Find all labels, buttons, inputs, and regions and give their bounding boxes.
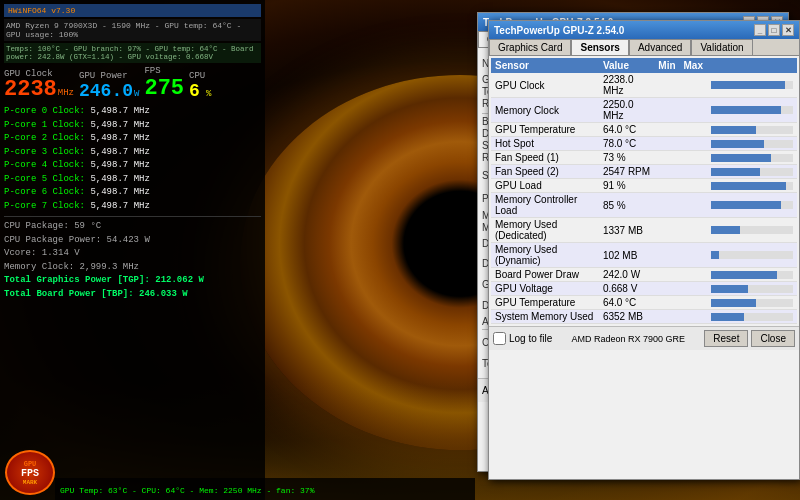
gpuz2-reset-button[interactable]: Reset — [704, 330, 748, 347]
core-clock-6: P-core 6 Clock: 5,498.7 MHz — [4, 186, 261, 200]
sensor-min-7 — [654, 193, 679, 218]
fps-value: 275 — [144, 76, 184, 101]
gpuz2-close-btn[interactable]: ✕ — [782, 24, 794, 36]
memory-clock: Memory Clock: 2,999.3 MHz — [4, 261, 261, 275]
core-6-label: P-core 6 Clock: — [4, 187, 85, 197]
hwinfo-status-line2: Temps: 100°C - GPU branch: 97% - GPU tem… — [4, 43, 261, 63]
gpuz2-maximize-btn[interactable]: □ — [768, 24, 780, 36]
sensor-max-11 — [680, 282, 707, 296]
hwinfo-status-line1: AMD Ryzen 9 7900X3D - 1590 MHz - GPU tem… — [4, 19, 261, 41]
gpuz2-tab-sensors[interactable]: Sensors — [571, 39, 628, 55]
sensor-bar-bg-6 — [711, 182, 793, 190]
sensor-max-12 — [680, 296, 707, 310]
sensor-row-11: GPU Voltage0.668 V — [491, 282, 797, 296]
gpuz2-close-button[interactable]: Close — [751, 330, 795, 347]
core-6-value: 5,498.7 MHz — [90, 187, 149, 197]
sensor-row-10: Board Power Draw242.0 W — [491, 268, 797, 282]
sensor-bar-bg-12 — [711, 299, 793, 307]
sensor-bar-fill-4 — [711, 154, 771, 162]
sensor-value-7: 85 % — [599, 193, 654, 218]
sensor-name-2: GPU Temperature — [491, 123, 599, 137]
sensor-bar-fill-13 — [711, 313, 744, 321]
core-2-value: 5,498.7 MHz — [90, 133, 149, 143]
sensor-max-4 — [680, 151, 707, 165]
sensor-max-6 — [680, 179, 707, 193]
sensor-value-5: 2547 RPM — [599, 165, 654, 179]
vcore: Vcore: 1.314 V — [4, 247, 261, 261]
main-metrics-row: GPU Clock 2238 MHz GPU Power 246.0 W FPS… — [4, 66, 261, 101]
gpu-power-label: GPU Power — [79, 71, 139, 81]
sensor-max-10 — [680, 268, 707, 282]
sensor-bar-bg-8 — [711, 226, 793, 234]
core-0-label: P-core 0 Clock: — [4, 106, 85, 116]
sensor-row-2: GPU Temperature64.0 °C — [491, 123, 797, 137]
sensor-bar-11 — [707, 282, 797, 296]
sensor-name-12: GPU Temperature — [491, 296, 599, 310]
core-7-label: P-core 7 Clock: — [4, 201, 85, 211]
sensor-bar-7 — [707, 193, 797, 218]
sensor-row-0: GPU Clock2238.0 MHz — [491, 73, 797, 98]
sensor-min-8 — [654, 218, 679, 243]
sensor-bar-6 — [707, 179, 797, 193]
sensor-max-13 — [680, 310, 707, 324]
sensor-bar-1 — [707, 98, 797, 123]
gpuz2-title: TechPowerUp GPU-Z 2.54.0 — [494, 25, 624, 36]
sensor-min-11 — [654, 282, 679, 296]
core-3-value: 5,498.7 MHz — [90, 147, 149, 157]
gpu-power-block: GPU Power 246.0 W — [79, 71, 139, 101]
core-4-value: 5,498.7 MHz — [90, 160, 149, 170]
gpuz-window-2: TechPowerUp GPU-Z 2.54.0 _ □ ✕ Graphics … — [488, 20, 800, 480]
core-clock-5: P-core 5 Clock: 5,498.7 MHz — [4, 173, 261, 187]
sensor-name-0: GPU Clock — [491, 73, 599, 98]
header-line1-text: AMD Ryzen 9 7900X3D - 1590 MHz - GPU tem… — [6, 21, 241, 39]
sensor-value-13: 6352 MB — [599, 310, 654, 324]
sensor-bar-fill-5 — [711, 168, 760, 176]
core-5-value: 5,498.7 MHz — [90, 174, 149, 184]
gpuz2-tab-graphics-card[interactable]: Graphics Card — [489, 39, 571, 55]
sensor-row-7: Memory Controller Load85 % — [491, 193, 797, 218]
cpu-usage-unit: % — [206, 89, 211, 99]
sensor-row-8: Memory Used (Dedicated)1337 MB — [491, 218, 797, 243]
sensor-bar-fill-3 — [711, 140, 764, 148]
core-5-label: P-core 5 Clock: — [4, 174, 85, 184]
sensor-bar-fill-10 — [711, 271, 777, 279]
gpuz2-log-section: Log to file — [493, 332, 552, 345]
sensor-min-12 — [654, 296, 679, 310]
sensor-min-3 — [654, 137, 679, 151]
gpuz2-log-checkbox[interactable] — [493, 332, 506, 345]
sensor-min-0 — [654, 73, 679, 98]
core-1-value: 5,498.7 MHz — [90, 120, 149, 130]
fps-label: FPS — [144, 66, 184, 76]
tgp: Total Graphics Power [TGP]: 212.062 W — [4, 274, 261, 288]
sensor-value-1: 2250.0 MHz — [599, 98, 654, 123]
gpuz2-minimize-btn[interactable]: _ — [754, 24, 766, 36]
sensor-max-8 — [680, 218, 707, 243]
sensor-bar-13 — [707, 310, 797, 324]
core-clocks-section: P-core 0 Clock: 5,498.7 MHz P-core 1 Clo… — [4, 105, 261, 213]
gpuz2-window-controls[interactable]: _ □ ✕ — [754, 24, 794, 36]
sensor-bar-fill-0 — [711, 81, 785, 89]
sensor-bar-bg-5 — [711, 168, 793, 176]
sensor-value-12: 64.0 °C — [599, 296, 654, 310]
gpuz2-tab-advanced[interactable]: Advanced — [629, 39, 691, 55]
gpuz2-tab-validation[interactable]: Validation — [691, 39, 752, 55]
sensor-min-1 — [654, 98, 679, 123]
gpu-power-value: 246.0 — [79, 81, 133, 101]
sensor-bar-fill-11 — [711, 285, 748, 293]
sensors-tbody: GPU Clock2238.0 MHzMemory Clock2250.0 MH… — [491, 73, 797, 324]
sensor-max-2 — [680, 123, 707, 137]
sensor-value-6: 91 % — [599, 179, 654, 193]
sensor-value-8: 1337 MB — [599, 218, 654, 243]
sensor-bar-3 — [707, 137, 797, 151]
sensor-bar-fill-6 — [711, 182, 786, 190]
sensor-row-4: Fan Speed (1)73 % — [491, 151, 797, 165]
gpu-clock-block: GPU Clock 2238 MHz — [4, 69, 74, 101]
sensor-min-2 — [654, 123, 679, 137]
sensor-min-6 — [654, 179, 679, 193]
fps-block: FPS 275 — [144, 66, 184, 101]
sensors-col-bar — [707, 58, 797, 73]
sensor-bar-4 — [707, 151, 797, 165]
sensor-bar-10 — [707, 268, 797, 282]
sensor-bar-9 — [707, 243, 797, 268]
gpu-clock-unit: MHz — [58, 88, 74, 98]
